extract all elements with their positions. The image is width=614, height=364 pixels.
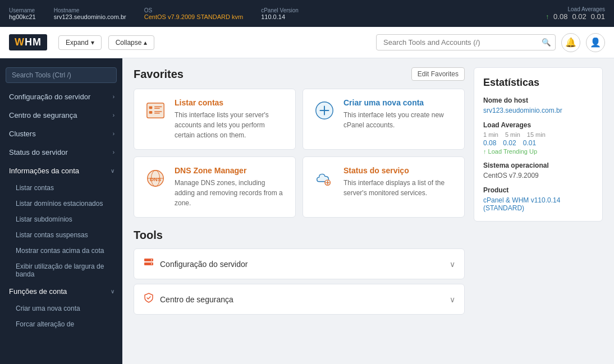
hostname-value: srv123.seudominio.com.br [54, 13, 126, 20]
fav-icon-plus-circle [312, 98, 337, 123]
chevron-right-icon: › [113, 112, 114, 118]
sidebar-sub-forcar-alteracao[interactable]: Forcar alteração de [0, 316, 122, 332]
load-5min: 0.02 [572, 12, 586, 21]
search-icon-button[interactable]: 🔍 [542, 38, 551, 47]
stats-load-15min: 0.01 [523, 139, 536, 147]
collapse-button[interactable]: Collapse ▴ [108, 35, 155, 50]
sidebar-search-wrapper [0, 63, 122, 87]
cpanel-value: 110.0.14 [261, 13, 299, 20]
content-area: Favorites Edit Favorites [122, 58, 614, 364]
fav-icon-list [143, 98, 168, 123]
fav-title-criar-conta: Criar uma nova conta [343, 98, 455, 107]
tools-accordion-label-config: Configuração do servidor [160, 260, 248, 269]
favorites-header: Favorites Edit Favorites [134, 67, 465, 81]
stats-panel: Estatísticas Nome do host srv123.seudomi… [474, 67, 603, 222]
tools-accordion-label-security: Centro de segurança [160, 295, 233, 304]
tools-accordion-header-security: Centro de segurança ∨ [134, 284, 464, 314]
fav-card-criar-conta[interactable]: Criar uma nova conta This interface lets… [303, 89, 465, 150]
fav-card-dns[interactable]: DNS DNS Zone Manager Manage DNS zones, i… [134, 156, 296, 218]
fav-card-listar-contas[interactable]: Listar contas This interface lists your … [134, 89, 296, 150]
username-label: Username [9, 7, 36, 13]
load-15min-label: 15 min [527, 131, 546, 138]
load-15min: 0.01 [591, 12, 605, 21]
stats-load-row-labels: 1 min 5 min 15 min [483, 131, 593, 138]
sidebar-item-config-servidor[interactable]: Configuração do servidor › [0, 87, 122, 106]
stats-load-1min: 0.08 [483, 139, 496, 147]
edit-favorites-button[interactable]: Edit Favorites [411, 67, 465, 81]
sidebar-item-label: Status do servidor [9, 148, 68, 156]
sidebar-item-centro-seguranca[interactable]: Centro de segurança › [0, 106, 122, 125]
tools-title: Tools [134, 229, 465, 242]
stats-title: Estatísticas [483, 77, 593, 89]
hostname-label: Hostname [54, 7, 126, 13]
sidebar-sub-listar-subdominios[interactable]: Listar subdomínios [0, 211, 122, 227]
sidebar-item-label: Configuração do servidor [9, 93, 90, 101]
sidebar-item-label: Centro de segurança [9, 111, 77, 119]
whm-logo: WHM [9, 34, 47, 50]
search-bar-wrapper: 🔍 🔔 👤 [376, 33, 605, 52]
cpanel-label: cPanel Version [261, 7, 299, 13]
stats-load-nums: 0.08 0.02 0.01 [483, 139, 593, 147]
fav-desc-criar-conta: This interface lets you create new cPane… [343, 110, 455, 130]
user-button[interactable]: 👤 [586, 33, 605, 52]
fav-title-status-servico: Status do serviço [343, 166, 455, 175]
chevron-down-icon: ∨ [111, 168, 114, 174]
sidebar-sub-listar-contas[interactable]: Listar contas [0, 180, 122, 196]
svg-point-19 [151, 260, 152, 261]
tools-accordion-config-servidor[interactable]: Configuração do servidor ∨ [134, 248, 465, 279]
second-bar: WHM Expand ▾ Collapse ▴ 🔍 🔔 👤 [0, 27, 614, 58]
fav-desc-listar-contas: This interface lists your server's accou… [175, 110, 286, 140]
fav-card-status-servico[interactable]: Status do serviço This interface display… [303, 156, 465, 218]
sidebar-item-label: Informações da conta [9, 167, 79, 175]
os-label: OS [144, 7, 243, 13]
stats-trending: ↑ Load Trending Up [483, 148, 593, 155]
load-1min-label: 1 min [483, 131, 498, 138]
sidebar-sub-exibir-utilizacao[interactable]: Exibir utilização de largura de banda [0, 259, 122, 282]
fav-desc-dns: Manage DNS zones, including adding and r… [175, 178, 286, 208]
tools-section: Tools Configuração do servidor ∨ [134, 229, 465, 315]
search-input[interactable] [376, 34, 556, 50]
chevron-right-icon: › [113, 149, 114, 155]
shield-icon [143, 292, 154, 306]
fav-content-listar-contas: Listar contas This interface lists your … [175, 98, 286, 140]
load-averages: Load Averages ↑ 0.08 0.02 0.01 [546, 6, 605, 21]
tools-accordion-centro-seguranca[interactable]: Centro de segurança ∨ [134, 284, 465, 315]
fav-content-dns: DNS Zone Manager Manage DNS zones, inclu… [175, 166, 286, 208]
stats-hostname-label: Nome do host [483, 96, 593, 104]
fav-icon-dns: DNS [143, 166, 168, 191]
chevron-down-icon: ∨ [111, 288, 114, 294]
main-layout: Configuração do servidor › Centro de seg… [0, 58, 614, 364]
sidebar-search-input[interactable] [6, 67, 117, 83]
load-label: Load Averages [567, 6, 605, 12]
sidebar-sub-mostrar-contas[interactable]: Mostrar contas acima da cota [0, 243, 122, 259]
stats-os-value: CentOS v7.9.2009 [483, 172, 593, 179]
sidebar-item-funcoes-conta[interactable]: Funções de conta ∨ [0, 282, 122, 301]
fav-title-listar-contas: Listar contas [175, 98, 286, 107]
chevron-down-icon: ∨ [450, 295, 455, 304]
stats-os-label: Sistema operacional [483, 162, 593, 169]
collapse-icon: ▴ [144, 39, 147, 47]
sidebar-item-clusters[interactable]: Clusters › [0, 125, 122, 143]
sidebar-item-label: Funções de conta [9, 287, 67, 296]
tools-accordion-left-security: Centro de segurança [143, 292, 233, 306]
sidebar-item-informacoes-conta[interactable]: Informações da conta ∨ [0, 162, 122, 180]
expand-button[interactable]: Expand ▾ [58, 35, 102, 50]
user-icon: 👤 [590, 37, 601, 48]
sidebar-sub-listar-dominios[interactable]: Listar domínios estacionados [0, 196, 122, 211]
top-bar: Username hg00kc21 Hostname srv123.seudom… [0, 0, 614, 27]
username-meta: Username hg00kc21 [9, 7, 36, 20]
notifications-button[interactable]: 🔔 [561, 33, 580, 52]
sidebar-sub-listar-contas-suspensas[interactable]: Listar contas suspensas [0, 227, 122, 243]
fav-title-dns: DNS Zone Manager [175, 166, 286, 175]
fav-desc-status-servico: This interface displays a list of the se… [343, 178, 455, 198]
load-1min: 0.08 [553, 12, 567, 21]
stats-load-label: Load Averages [483, 121, 593, 129]
sidebar-sub-criar-conta[interactable]: Criar uma nova conta [0, 301, 122, 316]
stats-product-value: cPanel & WHM v110.0.14 (STANDARD) [483, 196, 593, 212]
hostname-meta: Hostname srv123.seudominio.com.br [54, 7, 126, 20]
sidebar-item-status-servidor[interactable]: Status do servidor › [0, 143, 122, 162]
search-bar: 🔍 [376, 34, 556, 50]
sidebar: Configuração do servidor › Centro de seg… [0, 58, 122, 364]
fav-content-status-servico: Status do serviço This interface display… [343, 166, 455, 208]
cpanel-meta: cPanel Version 110.0.14 [261, 7, 299, 20]
